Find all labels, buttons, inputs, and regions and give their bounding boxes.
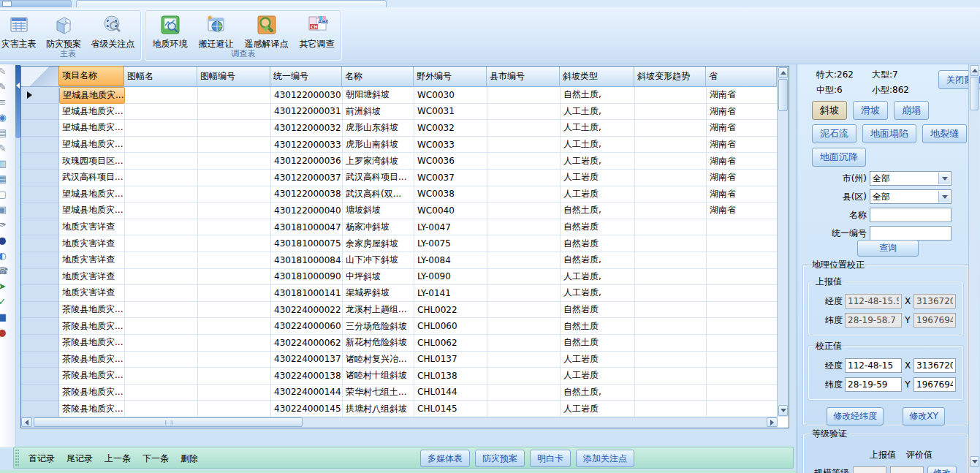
- table-cell[interactable]: [198, 203, 271, 219]
- grid-corner-cell[interactable]: [21, 67, 59, 86]
- table-cell[interactable]: [707, 318, 778, 335]
- table-cell[interactable]: 湖南省: [707, 186, 778, 203]
- table-cell[interactable]: 430224000137: [271, 352, 343, 368]
- row-selector[interactable]: [21, 385, 59, 401]
- name-input[interactable]: [870, 208, 951, 222]
- table-cell[interactable]: 自然岩质: [561, 235, 635, 252]
- table-cell[interactable]: 中坪斜坡: [343, 269, 414, 286]
- category-button-4[interactable]: 地面塌陷: [862, 124, 916, 143]
- grid-vscroll-thumb[interactable]: [778, 79, 788, 111]
- table-cell[interactable]: [125, 153, 198, 170]
- table-cell[interactable]: [487, 368, 561, 385]
- table-cell[interactable]: 430181000075: [271, 235, 343, 252]
- table-cell[interactable]: 武汉高科项目...: [59, 170, 125, 186]
- table-cell[interactable]: [125, 368, 198, 385]
- category-button-1[interactable]: 滑坡: [853, 101, 888, 120]
- county-dropdown[interactable]: 全部: [870, 189, 951, 204]
- table-cell[interactable]: [635, 385, 707, 401]
- table-cell[interactable]: [487, 120, 561, 137]
- row-selector[interactable]: [21, 335, 59, 352]
- table-cell[interactable]: [635, 318, 707, 335]
- grid-horizontal-scrollbar[interactable]: [21, 417, 778, 428]
- row-selector[interactable]: [21, 401, 59, 417]
- table-cell[interactable]: [125, 137, 198, 154]
- table-cell[interactable]: [707, 302, 778, 319]
- table-cell[interactable]: 人工岩质,: [561, 285, 635, 302]
- row-selector[interactable]: [21, 170, 59, 186]
- table-cell[interactable]: [125, 302, 198, 319]
- table-cell[interactable]: 茶陵县地质灾...: [59, 318, 125, 335]
- table-cell[interactable]: 人工岩质: [561, 352, 635, 368]
- table-cell[interactable]: [198, 170, 271, 186]
- table-cell[interactable]: 湖南省: [707, 137, 778, 154]
- column-header-5[interactable]: 野外编号: [414, 67, 487, 86]
- column-header-9[interactable]: 省: [706, 67, 777, 86]
- table-cell[interactable]: [707, 269, 778, 286]
- category-button-2[interactable]: 崩塌: [894, 101, 929, 120]
- table-cell[interactable]: [707, 385, 778, 401]
- column-header-4[interactable]: 名称: [342, 67, 414, 86]
- table-cell[interactable]: [635, 368, 707, 385]
- other-survey-button[interactable]: ABCCHS 其它调查: [297, 12, 338, 52]
- table-cell[interactable]: 拱塘村八组斜坡: [343, 401, 414, 417]
- table-cell[interactable]: 自然岩质,: [561, 252, 635, 269]
- table-cell[interactable]: 望城县地质灾...: [59, 104, 125, 121]
- table-cell[interactable]: 渠城界斜坡: [343, 285, 414, 302]
- ribbon-tab[interactable]: [76, 0, 387, 7]
- table-cell[interactable]: [487, 285, 561, 302]
- row-selector[interactable]: [21, 269, 59, 286]
- table-cell[interactable]: [707, 285, 778, 302]
- table-cell[interactable]: 茶陵县地质灾...: [59, 368, 125, 385]
- table-cell[interactable]: 430224000144: [271, 385, 343, 401]
- table-cell[interactable]: 虎形山东斜坡: [343, 120, 414, 137]
- table-cell[interactable]: [635, 120, 707, 137]
- panel-vscroll-thumb[interactable]: [970, 77, 979, 110]
- table-cell[interactable]: 山下冲下斜坡: [343, 252, 414, 269]
- table-cell[interactable]: 武汉高科(双...: [343, 186, 414, 203]
- table-cell[interactable]: [198, 104, 271, 121]
- row-selector[interactable]: [21, 87, 59, 104]
- table-cell[interactable]: 430224000145: [271, 401, 343, 417]
- table-cell[interactable]: [125, 219, 198, 236]
- table-cell[interactable]: [198, 385, 271, 401]
- table-cell[interactable]: 430122000031: [271, 104, 343, 121]
- table-cell[interactable]: 望城县地质灾...: [59, 203, 125, 219]
- table-cell[interactable]: [198, 401, 271, 417]
- city-dropdown[interactable]: 全部: [870, 171, 951, 186]
- province-focus-button[interactable]: 省级关注点: [88, 12, 137, 52]
- table-cell[interactable]: LY-0047: [414, 219, 487, 236]
- table-cell[interactable]: [198, 219, 271, 236]
- table-cell[interactable]: 地质灾害详查: [59, 252, 125, 269]
- table-cell[interactable]: [635, 137, 707, 154]
- table-cell[interactable]: 人工岩质: [561, 368, 635, 385]
- row-selector[interactable]: [21, 203, 59, 219]
- table-cell[interactable]: 人工土质,: [561, 137, 635, 154]
- record-action-button-0[interactable]: 多媒体表: [420, 450, 470, 467]
- sidebar-tool-icon[interactable]: ◉: [0, 113, 9, 122]
- table-cell[interactable]: WC0038: [414, 186, 487, 203]
- table-cell[interactable]: [125, 285, 198, 302]
- table-cell[interactable]: 湖南省: [707, 153, 778, 170]
- table-cell[interactable]: [635, 203, 707, 219]
- table-cell[interactable]: [487, 186, 561, 203]
- table-cell[interactable]: [198, 335, 271, 352]
- table-cell[interactable]: 上罗家湾斜坡: [343, 153, 414, 170]
- table-cell[interactable]: 虎形山南斜坡: [343, 137, 414, 154]
- sidebar-tool-icon[interactable]: ▣: [0, 205, 9, 214]
- corrected-longitude-input[interactable]: [845, 358, 902, 373]
- row-selector[interactable]: [21, 252, 59, 269]
- row-selector[interactable]: [21, 104, 59, 121]
- table-cell[interactable]: 茶陵县地质灾...: [59, 335, 125, 352]
- table-cell[interactable]: 望城县地质灾...: [59, 120, 125, 137]
- table-cell[interactable]: [125, 385, 198, 401]
- table-cell[interactable]: 茶陵县地质灾...: [59, 385, 125, 401]
- table-cell[interactable]: [707, 401, 778, 417]
- table-cell[interactable]: [125, 170, 198, 186]
- sidebar-tool-icon[interactable]: ≡: [0, 97, 9, 107]
- column-header-7[interactable]: 斜坡类型: [560, 67, 634, 86]
- table-cell[interactable]: 430122000037: [271, 170, 343, 186]
- table-cell[interactable]: 430181000084: [271, 252, 343, 269]
- table-cell[interactable]: WC0036: [414, 153, 487, 170]
- table-cell[interactable]: [125, 235, 198, 252]
- scroll-down-button[interactable]: [778, 405, 788, 416]
